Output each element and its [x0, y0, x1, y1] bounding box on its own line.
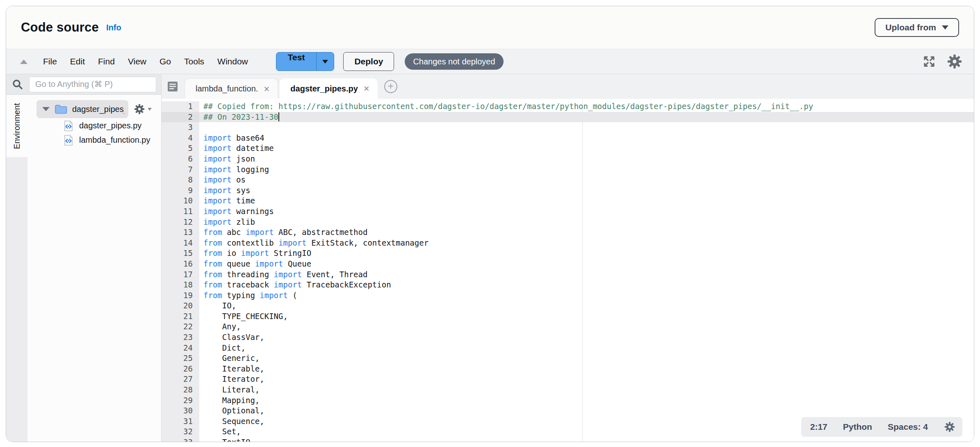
code-line[interactable]: 24 Dict,	[162, 343, 974, 353]
code-line[interactable]: 13from abc import ABC, abstractmethod	[162, 227, 974, 238]
tab-label: dagster_pipes.py	[290, 84, 358, 94]
deploy-button[interactable]: Deploy	[343, 52, 394, 71]
line-number: 2	[162, 112, 199, 123]
line-content: import sys	[199, 185, 974, 196]
tab-label: lambda_function.	[196, 84, 258, 94]
code-line[interactable]: 28 Literal,	[162, 385, 974, 395]
environment-panel-tab[interactable]: Environment	[6, 95, 27, 157]
new-tab-button[interactable]: +	[384, 80, 397, 93]
menu-file[interactable]: File	[36, 53, 64, 70]
code-line[interactable]: 20 IO,	[162, 301, 974, 311]
menu-window[interactable]: Window	[211, 53, 255, 70]
editor-settings-gear-icon[interactable]	[946, 53, 963, 70]
menu-items: FileEditFindViewGoToolsWindow	[36, 53, 255, 70]
test-button[interactable]: Test	[276, 52, 335, 71]
code-editor[interactable]: 1## Copied from: https://raw.githubuserc…	[162, 99, 974, 442]
line-number: 15	[162, 248, 199, 259]
code-line[interactable]: 2## On 2023-11-30	[162, 112, 974, 123]
code-line[interactable]: 18from traceback import TracebackExcepti…	[162, 280, 974, 290]
folder-selection-highlight: dagster_pipes_funct	[36, 100, 128, 118]
line-number: 19	[162, 290, 199, 301]
text-cursor	[278, 112, 279, 121]
line-number: 9	[162, 185, 199, 196]
code-line[interactable]: 3	[162, 122, 974, 133]
line-number: 28	[162, 385, 199, 395]
line-content: Iterator,	[199, 374, 974, 385]
line-number: 3	[162, 122, 199, 133]
code-line[interactable]: 17from threading import Event, Thread	[162, 269, 974, 280]
code-line[interactable]: 25 Generic,	[162, 353, 974, 364]
line-content: from threading import Event, Thread	[199, 269, 974, 280]
upload-from-button[interactable]: Upload from	[875, 18, 959, 37]
code-line[interactable]: 16from queue import Queue	[162, 259, 974, 269]
code-line[interactable]: 14from contextlib import ExitStack, cont…	[162, 238, 974, 249]
tab-lambda_function[interactable]: lambda_function.×	[185, 78, 278, 99]
code-line[interactable]: 8import os	[162, 175, 974, 185]
tab-bar: lambda_function.×dagster_pipes.py× +	[162, 74, 974, 99]
info-link[interactable]: Info	[106, 23, 121, 32]
file-name: lambda_function.py	[79, 135, 150, 145]
code-line[interactable]: 5import datetime	[162, 143, 974, 154]
code-line[interactable]: 33 TextIO	[162, 437, 974, 442]
code-line[interactable]: 6import json	[162, 154, 974, 164]
menu-tools[interactable]: Tools	[178, 53, 211, 70]
line-number: 10	[162, 196, 199, 206]
code-line[interactable]: 15from io import StringIO	[162, 248, 974, 259]
code-line[interactable]: 22 Any,	[162, 322, 974, 332]
line-content: from typing import (	[199, 290, 974, 301]
code-line[interactable]: 26 Iterable,	[162, 364, 974, 374]
menu-go[interactable]: Go	[153, 53, 178, 70]
close-icon[interactable]: ×	[361, 84, 372, 94]
line-number: 8	[162, 175, 199, 185]
code-source-panel: Code source Info Upload from FileEditFin…	[6, 6, 974, 442]
close-icon[interactable]: ×	[261, 84, 272, 94]
code-line[interactable]: 4import base64	[162, 133, 974, 144]
line-number: 24	[162, 343, 199, 353]
tree-settings-button[interactable]	[133, 103, 152, 115]
line-content: from contextlib import ExitStack, contex…	[199, 238, 974, 249]
cursor-position[interactable]: 2:17	[810, 422, 827, 432]
collapse-editor-icon[interactable]	[20, 59, 27, 64]
line-content: ## Copied from: https://raw.githubuserco…	[199, 101, 974, 112]
code-line[interactable]: 19from typing import (	[162, 290, 974, 301]
tree-file-lambda_function.py[interactable]: lambda_function.py	[27, 133, 161, 147]
status-settings-gear-icon[interactable]	[944, 421, 956, 433]
indentation-setting[interactable]: Spaces: 4	[888, 422, 928, 432]
tree-folder-row[interactable]: dagster_pipes_funct	[27, 100, 161, 119]
code-line[interactable]: 21 TYPE_CHECKING,	[162, 311, 974, 322]
menu-edit[interactable]: Edit	[64, 53, 91, 70]
code-line[interactable]: 12import zlib	[162, 217, 974, 228]
menu-find[interactable]: Find	[91, 53, 121, 70]
line-content: TextIO	[199, 437, 974, 442]
line-number: 26	[162, 364, 199, 374]
tab-list-icon[interactable]	[166, 80, 179, 93]
language-mode[interactable]: Python	[843, 422, 872, 432]
line-content: from abc import ABC, abstractmethod	[199, 227, 974, 238]
code-line[interactable]: 1## Copied from: https://raw.githubuserc…	[162, 101, 974, 112]
goto-anything-input[interactable]	[29, 77, 156, 92]
code-line[interactable]: 29 Mapping,	[162, 395, 974, 406]
code-line[interactable]: 30 Optional,	[162, 406, 974, 416]
goto-anything-bar	[6, 74, 161, 95]
code-line[interactable]: 7import logging	[162, 164, 974, 175]
menu-view[interactable]: View	[121, 53, 153, 70]
tree-file-dagster_pipes.py[interactable]: dagster_pipes.py	[27, 119, 161, 133]
code-line[interactable]: 27 Iterator,	[162, 374, 974, 385]
chevron-down-icon[interactable]	[42, 107, 50, 111]
menu-bar: FileEditFindViewGoToolsWindow Test Deplo…	[6, 49, 974, 74]
fullscreen-icon[interactable]	[921, 54, 937, 69]
line-content: import logging	[199, 164, 974, 175]
code-line[interactable]: 10import time	[162, 196, 974, 206]
line-content: Generic,	[199, 353, 974, 364]
tree-file-list: dagster_pipes.pylambda_function.py	[27, 119, 161, 147]
environment-label: Environment	[12, 103, 22, 149]
line-number: 32	[162, 426, 199, 437]
line-number: 21	[162, 311, 199, 322]
code-line[interactable]: 9import sys	[162, 185, 974, 196]
test-dropdown-button[interactable]	[317, 52, 334, 71]
code-line[interactable]: 23 ClassVar,	[162, 332, 974, 343]
file-tree: dagster_pipes_funct	[27, 95, 161, 442]
search-icon	[11, 78, 24, 91]
tab-dagster_pipes.py[interactable]: dagster_pipes.py×	[280, 78, 378, 99]
code-line[interactable]: 11import warnings	[162, 206, 974, 217]
